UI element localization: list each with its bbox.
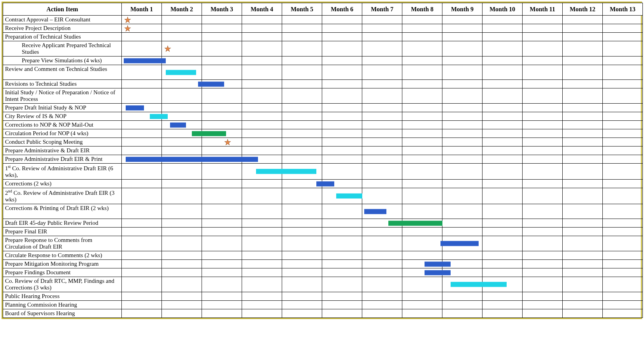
month-cell bbox=[442, 309, 483, 318]
month-cell bbox=[282, 16, 322, 24]
month-cell bbox=[202, 277, 242, 292]
month-cell bbox=[242, 65, 282, 80]
month-cell bbox=[442, 80, 483, 88]
month-cell bbox=[603, 260, 643, 268]
month-cell bbox=[603, 268, 643, 277]
gantt-bar bbox=[440, 241, 479, 246]
action-item-label: Initial Study / Notice of Preparation / … bbox=[3, 88, 122, 104]
month-cell bbox=[362, 251, 402, 260]
month-cell bbox=[202, 88, 242, 104]
month-cell bbox=[442, 180, 483, 188]
month-cell bbox=[322, 41, 362, 56]
month-cell bbox=[202, 56, 242, 65]
month-cell bbox=[402, 251, 442, 260]
month-cell: ★ bbox=[162, 41, 202, 56]
month-cell bbox=[563, 268, 603, 277]
month-cell bbox=[563, 236, 603, 251]
month-cell bbox=[162, 80, 202, 88]
month-cell bbox=[362, 104, 402, 112]
month-cell bbox=[442, 155, 483, 164]
month-cell bbox=[563, 16, 603, 24]
month-cell bbox=[162, 188, 202, 204]
month-cell bbox=[402, 33, 442, 41]
month-cell bbox=[442, 138, 483, 146]
month-cell bbox=[122, 301, 162, 309]
month-cell bbox=[603, 188, 643, 204]
table-row: Co. Review of Draft RTC, MMP, Findings a… bbox=[3, 277, 643, 292]
month-cell bbox=[322, 219, 362, 228]
header-month-8: Month 8 bbox=[402, 3, 442, 16]
gantt-bar bbox=[126, 105, 144, 110]
gantt-bar bbox=[388, 221, 442, 226]
month-cell bbox=[322, 228, 362, 236]
month-cell bbox=[322, 56, 362, 65]
table-row: Prepare Administrative Draft EIR & Print bbox=[3, 155, 643, 164]
month-cell bbox=[282, 41, 322, 56]
month-cell bbox=[282, 219, 322, 228]
month-cell bbox=[122, 155, 162, 164]
month-cell bbox=[242, 138, 282, 146]
month-cell bbox=[402, 292, 442, 301]
month-cell bbox=[162, 129, 202, 138]
month-cell bbox=[322, 236, 362, 251]
month-cell bbox=[523, 121, 563, 129]
month-cell bbox=[362, 56, 402, 65]
month-cell bbox=[322, 204, 362, 219]
table-row: Review and Comment on Technical Studies bbox=[3, 65, 643, 80]
table-row: Corrections (2 wks) bbox=[3, 180, 643, 188]
month-cell bbox=[483, 129, 523, 138]
month-cell bbox=[483, 112, 523, 121]
month-cell bbox=[442, 204, 483, 219]
month-cell bbox=[362, 260, 402, 268]
month-cell bbox=[242, 56, 282, 65]
month-cell bbox=[523, 88, 563, 104]
month-cell bbox=[122, 112, 162, 121]
month-cell bbox=[483, 155, 523, 164]
month-cell bbox=[402, 104, 442, 112]
action-item-label: Prepare Final EIR bbox=[3, 228, 122, 236]
month-cell bbox=[523, 56, 563, 65]
header-month-1: Month 1 bbox=[122, 3, 162, 16]
month-cell bbox=[202, 112, 242, 121]
header-month-6: Month 6 bbox=[322, 3, 362, 16]
month-cell bbox=[162, 121, 202, 129]
month-cell bbox=[122, 104, 162, 112]
month-cell bbox=[322, 104, 362, 112]
month-cell bbox=[322, 268, 362, 277]
header-month-12: Month 12 bbox=[563, 3, 603, 16]
month-cell bbox=[402, 41, 442, 56]
month-cell bbox=[282, 260, 322, 268]
table-row: Receive Project Description★ bbox=[3, 24, 643, 33]
month-cell bbox=[362, 268, 402, 277]
month-cell bbox=[442, 146, 483, 155]
table-row: Contract Approval – EIR Consultant★ bbox=[3, 16, 643, 24]
month-cell bbox=[362, 33, 402, 41]
month-cell bbox=[322, 80, 362, 88]
month-cell bbox=[162, 228, 202, 236]
month-cell bbox=[122, 292, 162, 301]
month-cell bbox=[402, 146, 442, 155]
month-cell bbox=[122, 65, 162, 80]
table-row: Receive Applicant Prepared Technical Stu… bbox=[3, 41, 643, 56]
month-cell bbox=[483, 236, 523, 251]
month-cell bbox=[483, 301, 523, 309]
table-row: Corrections to NOP & NOP Mail-Out bbox=[3, 121, 643, 129]
month-cell bbox=[603, 155, 643, 164]
month-cell bbox=[603, 292, 643, 301]
table-row: Draft EIR 45-day Public Review Period bbox=[3, 219, 643, 228]
month-cell bbox=[563, 138, 603, 146]
month-cell bbox=[563, 146, 603, 155]
month-cell bbox=[402, 228, 442, 236]
month-cell bbox=[242, 112, 282, 121]
table-row: Prepare Mitigation Monitoring Program bbox=[3, 260, 643, 268]
month-cell bbox=[523, 228, 563, 236]
month-cell bbox=[603, 16, 643, 24]
month-cell bbox=[242, 121, 282, 129]
month-cell bbox=[563, 301, 603, 309]
month-cell bbox=[563, 204, 603, 219]
month-cell bbox=[282, 112, 322, 121]
gantt-bar bbox=[425, 270, 451, 275]
milestone-star-icon: ★ bbox=[124, 25, 131, 32]
month-cell bbox=[563, 129, 603, 138]
month-cell bbox=[402, 309, 442, 318]
